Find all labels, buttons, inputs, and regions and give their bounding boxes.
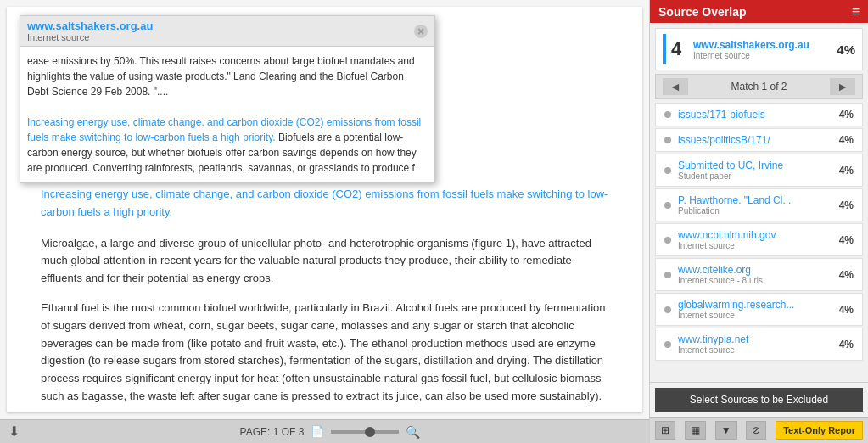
list-item[interactable]: www.tinypla.net Internet source 4% bbox=[655, 328, 863, 361]
list-item[interactable]: www.citelike.org Internet source - 8 url… bbox=[655, 258, 863, 291]
source-count: 4 bbox=[671, 38, 688, 60]
list-item[interactable]: www.ncbi.nlm.nih.gov Internet source 4% bbox=[655, 223, 863, 256]
select-sources-button[interactable]: Select Sources to be Excluded bbox=[655, 388, 863, 412]
tooltip-header: www.saltshakers.org.au Internet source × bbox=[20, 16, 434, 47]
source-main-info: www.saltshakers.org.au Internet source bbox=[693, 39, 832, 60]
page-icon: 📄 bbox=[311, 425, 324, 438]
tooltip-body-text: ease emissions by 50%. This result raise… bbox=[27, 55, 415, 98]
tooltip-popup: www.saltshakers.org.au Internet source ×… bbox=[20, 15, 435, 183]
source-percent-5: 4% bbox=[839, 269, 854, 281]
main-source-entry[interactable]: 4 www.saltshakers.org.au Internet source… bbox=[655, 28, 863, 70]
next-match-button[interactable]: ► bbox=[830, 78, 855, 95]
list-item[interactable]: Submitted to UC, Irvine Student paper 4% bbox=[655, 154, 863, 187]
source-list-info-2: Submitted to UC, Irvine Student paper bbox=[678, 160, 839, 181]
grid-view-button[interactable]: ⊞ bbox=[655, 421, 675, 440]
document-area[interactable]: www.saltshakers.org.au Internet source ×… bbox=[7, 7, 642, 412]
panel-title: Source Overlap bbox=[658, 5, 747, 19]
bottom-bar-center: PAGE: 1 OF 3 📄 🔍 bbox=[28, 425, 632, 439]
right-panel: Source Overlap ≡ 4 www.saltshakers.org.a… bbox=[649, 0, 868, 443]
main-content: www.saltshakers.org.au Internet source ×… bbox=[0, 0, 649, 443]
paragraph-2-text: Ethanol fuel is the most common biofuel … bbox=[41, 300, 608, 406]
tooltip-source-type: Internet source bbox=[27, 32, 153, 42]
source-dot-0 bbox=[664, 111, 671, 118]
text-only-report-button[interactable]: Text-Only Repor bbox=[776, 421, 863, 440]
bottom-bar-left: ⬇ bbox=[8, 423, 20, 440]
bottom-bar: ⬇ PAGE: 1 OF 3 📄 🔍 bbox=[0, 419, 649, 443]
zoom-icon: 🔍 bbox=[406, 425, 420, 439]
source-dot-6 bbox=[664, 306, 671, 313]
source-list-info-1: issues/politicsB/171/ bbox=[678, 134, 839, 146]
source-list-info-5: www.citelike.org Internet source - 8 url… bbox=[678, 264, 839, 285]
document-paragraph-2: Ethanol fuel is the most common biofuel … bbox=[41, 300, 608, 406]
source-percent-6: 4% bbox=[839, 304, 854, 316]
exclude-button[interactable]: ⊘ bbox=[746, 421, 766, 440]
source-dot-1 bbox=[664, 137, 671, 143]
source-list-type-2: Student paper bbox=[678, 171, 839, 181]
source-dot-7 bbox=[664, 341, 671, 348]
source-list-name-4: www.ncbi.nlm.nih.gov bbox=[678, 229, 839, 241]
source-dot-2 bbox=[664, 167, 671, 174]
source-list-name-3: P. Hawthorne. "Land Cl... bbox=[678, 194, 839, 206]
source-list-type-4: Internet source bbox=[678, 241, 839, 250]
source-list-info-3: P. Hawthorne. "Land Cl... Publication bbox=[678, 194, 839, 216]
source-dot-5 bbox=[664, 272, 671, 278]
source-percent-0: 4% bbox=[839, 109, 854, 121]
main-source-name: www.saltshakers.org.au bbox=[693, 39, 832, 51]
match-count-text: Match 1 of 2 bbox=[731, 81, 787, 93]
source-percent-1: 4% bbox=[839, 134, 854, 146]
zoom-slider[interactable] bbox=[331, 430, 399, 434]
panel-footer: Select Sources to be Excluded bbox=[650, 382, 868, 417]
page-info: PAGE: 1 OF 3 bbox=[240, 426, 305, 438]
source-list-type-7: Internet source bbox=[678, 345, 839, 355]
source-list-info-7: www.tinypla.net Internet source bbox=[678, 334, 839, 355]
source-percent-7: 4% bbox=[839, 339, 854, 350]
document-paragraph-1: Microalgae, a large and diverse group of… bbox=[41, 235, 608, 288]
source-list-info-6: globalwarming.research... Internet sourc… bbox=[678, 299, 839, 320]
match-navigation: ◄ Match 1 of 2 ► bbox=[655, 74, 863, 99]
tooltip-site-url: www.saltshakers.org.au bbox=[27, 20, 153, 32]
source-list-info-4: www.ncbi.nlm.nih.gov Internet source bbox=[678, 229, 839, 250]
source-list-name-7: www.tinypla.net bbox=[678, 334, 839, 345]
download-icon[interactable]: ⬇ bbox=[8, 423, 20, 440]
list-item[interactable]: issues/171-biofuels 4% bbox=[655, 103, 863, 126]
list-item[interactable]: globalwarming.research... Internet sourc… bbox=[655, 293, 863, 326]
source-percent-4: 4% bbox=[839, 234, 854, 246]
document-heading: Increasing energy use, climate change, a… bbox=[41, 186, 608, 222]
paragraph-1-text: Microalgae, a large and diverse group of… bbox=[41, 235, 608, 288]
panel-menu-icon[interactable]: ≡ bbox=[852, 4, 860, 20]
source-list-type-3: Publication bbox=[678, 206, 839, 216]
main-source-type: Internet source bbox=[693, 51, 832, 60]
bottom-icons-bar: ⊞ ▦ ▼ ⊘ Text-Only Repor bbox=[650, 417, 868, 443]
bar-chart-button[interactable]: ▦ bbox=[685, 421, 706, 440]
source-list-name-5: www.citelike.org bbox=[678, 264, 839, 276]
source-percent-3: 4% bbox=[839, 199, 854, 211]
source-percent-2: 4% bbox=[839, 165, 854, 177]
list-item[interactable]: P. Hawthorne. "Land Cl... Publication 4% bbox=[655, 188, 863, 222]
source-list: issues/171-biofuels 4% issues/politicsB/… bbox=[650, 103, 868, 382]
source-dot-4 bbox=[664, 237, 671, 244]
source-list-type-6: Internet source bbox=[678, 311, 839, 320]
panel-header: Source Overlap ≡ bbox=[650, 0, 868, 23]
source-list-name-6: globalwarming.research... bbox=[678, 299, 839, 311]
source-list-name-2: Submitted to UC, Irvine bbox=[678, 160, 839, 171]
tooltip-content: ease emissions by 50%. This result raise… bbox=[20, 47, 434, 182]
source-list-info-0: issues/171-biofuels bbox=[678, 109, 839, 121]
main-source-percent: 4% bbox=[837, 42, 855, 57]
source-color-indicator bbox=[663, 34, 666, 64]
prev-match-button[interactable]: ◄ bbox=[663, 78, 688, 95]
source-list-name-1: issues/politicsB/171/ bbox=[678, 134, 839, 146]
list-item[interactable]: issues/politicsB/171/ 4% bbox=[655, 128, 863, 152]
source-list-type-5: Internet source - 8 urls bbox=[678, 276, 839, 285]
tooltip-close-button[interactable]: × bbox=[414, 25, 428, 38]
filter-button[interactable]: ▼ bbox=[715, 421, 737, 440]
zoom-slider-thumb bbox=[365, 427, 375, 437]
source-dot-3 bbox=[664, 202, 671, 209]
source-list-name-0: issues/171-biofuels bbox=[678, 109, 839, 121]
